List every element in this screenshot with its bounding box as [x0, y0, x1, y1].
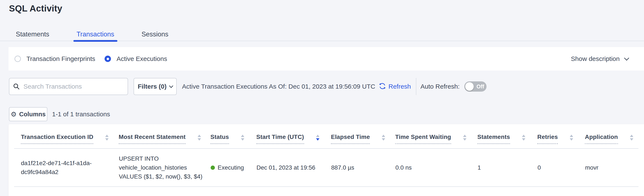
sort-asc-icon: [630, 135, 633, 137]
tab-sessions-label: Sessions: [142, 30, 168, 38]
sort-icons: [316, 135, 320, 141]
sort-icons: [522, 135, 525, 141]
columns-button-label: Columns: [19, 111, 46, 118]
sort-icons: [241, 135, 244, 141]
show-description-label: Show description: [571, 55, 620, 62]
status-dot-icon: [210, 166, 215, 170]
toolbar-divider: [416, 78, 416, 95]
column-header-application[interactable]: Application: [585, 124, 638, 149]
sort-icons: [630, 135, 633, 141]
status-label: Executing: [218, 163, 244, 172]
sort-asc-icon: [316, 135, 320, 137]
column-header-statements[interactable]: Statements: [477, 124, 537, 149]
page-title: SQL Activity: [9, 3, 62, 14]
columns-button[interactable]: ⚙ Columns: [9, 107, 47, 121]
view-options-band: Transaction Fingerprints Active Executio…: [8, 47, 644, 70]
radio-transaction-fingerprints-label: Transaction Fingerprints: [26, 55, 95, 62]
cell-elapsed-time: 887.0 µs: [331, 149, 395, 187]
sql-activity-page: SQL Activity Statements Transactions Ses…: [0, 0, 644, 196]
cell-application: movr: [585, 149, 638, 187]
sort-desc-icon: [241, 138, 244, 141]
sort-desc-icon: [570, 138, 573, 141]
sort-desc-icon: [522, 138, 525, 141]
tab-statements-label: Statements: [16, 30, 49, 38]
sort-asc-icon: [570, 135, 573, 137]
radio-active-executions-label: Active Executions: [116, 55, 167, 62]
refresh-icon: [378, 82, 386, 91]
tab-statements[interactable]: Statements: [12, 28, 52, 41]
column-header-retries[interactable]: Retries: [537, 124, 585, 149]
sort-desc-icon: [382, 138, 385, 141]
sort-desc-icon: [105, 138, 108, 141]
sort-asc-icon: [105, 135, 108, 137]
refresh-button[interactable]: Refresh: [378, 82, 411, 91]
sort-icons: [570, 135, 573, 141]
cell-start-time: Dec 01, 2023 at 19:56: [256, 149, 331, 187]
cell-time-spent-waiting: 0.0 ns: [395, 149, 477, 187]
refresh-label: Refresh: [388, 83, 411, 90]
tab-bar: Statements Transactions Sessions: [0, 28, 644, 41]
column-header-most-recent-statement[interactable]: Most Recent Statement: [119, 124, 210, 149]
gear-icon: ⚙: [11, 111, 17, 118]
table-row[interactable]: da1f21e2-de71-4c1f-a1da-dc9fc94a84a2 UPS…: [14, 149, 638, 187]
column-header-status[interactable]: Status: [210, 124, 256, 149]
sort-asc-icon: [241, 135, 244, 137]
auto-refresh-toggle[interactable]: Off: [464, 81, 486, 92]
filters-button-label: Filters (0): [138, 83, 166, 90]
search-box: [9, 78, 128, 95]
results-summary: 1-1 of 1 transactions: [52, 111, 110, 118]
column-header-start-time[interactable]: Start Time (UTC): [256, 124, 331, 149]
sort-icons: [463, 135, 466, 141]
cell-statements: 1: [477, 149, 537, 187]
cell-retries: 0: [537, 149, 585, 187]
transactions-table: Transaction Execution ID Most Recent Sta…: [14, 124, 638, 187]
radio-active-executions[interactable]: Active Executions: [104, 55, 167, 62]
cell-status: Executing: [210, 149, 256, 187]
radio-selected-icon[interactable]: [104, 56, 111, 62]
filters-button[interactable]: Filters (0): [134, 78, 177, 95]
sort-icons: [198, 135, 201, 141]
as-of-text: Active Transaction Executions As Of: Dec…: [182, 83, 375, 90]
sort-desc-icon: [463, 138, 466, 141]
tab-sessions[interactable]: Sessions: [138, 28, 172, 41]
sort-asc-icon: [463, 135, 466, 137]
sort-asc-icon: [382, 135, 385, 137]
show-description-toggle[interactable]: Show description: [571, 47, 628, 70]
radio-transaction-fingerprints[interactable]: Transaction Fingerprints: [14, 55, 95, 62]
search-icon: [13, 83, 20, 91]
sort-icons: [105, 135, 108, 141]
column-header-time-spent-waiting[interactable]: Time Spent Waiting: [395, 124, 477, 149]
table-controls: ⚙ Columns 1-1 of 1 transactions: [9, 107, 110, 121]
transactions-table-card: Transaction Execution ID Most Recent Sta…: [8, 124, 644, 196]
sort-icons: [382, 135, 385, 141]
cell-most-recent-statement: UPSERT INTO vehicle_location_histories V…: [119, 149, 210, 187]
column-header-elapsed-time[interactable]: Elapsed Time: [331, 124, 395, 149]
radio-unselected-icon[interactable]: [14, 56, 21, 62]
search-input[interactable]: [9, 78, 128, 95]
toggle-knob[interactable]: [465, 82, 474, 91]
tab-transactions[interactable]: Transactions: [74, 28, 117, 41]
auto-refresh-label: Auto Refresh:: [420, 83, 460, 90]
sort-desc-icon: [630, 138, 633, 141]
auto-refresh-state: Off: [476, 83, 484, 90]
cell-transaction-execution-id[interactable]: da1f21e2-de71-4c1f-a1da-dc9fc94a84a2: [14, 149, 119, 187]
chevron-down-icon: [169, 84, 173, 88]
tab-transactions-label: Transactions: [76, 30, 114, 38]
toolbar: Filters (0) Active Transaction Execution…: [9, 78, 644, 95]
column-header-transaction-execution-id[interactable]: Transaction Execution ID: [14, 124, 119, 149]
sort-desc-icon: [198, 138, 201, 141]
table-header-row: Transaction Execution ID Most Recent Sta…: [14, 124, 638, 149]
sort-asc-icon: [198, 135, 201, 137]
sort-desc-icon: [316, 138, 320, 141]
chevron-down-icon: [624, 55, 629, 60]
sort-asc-icon: [522, 135, 525, 137]
